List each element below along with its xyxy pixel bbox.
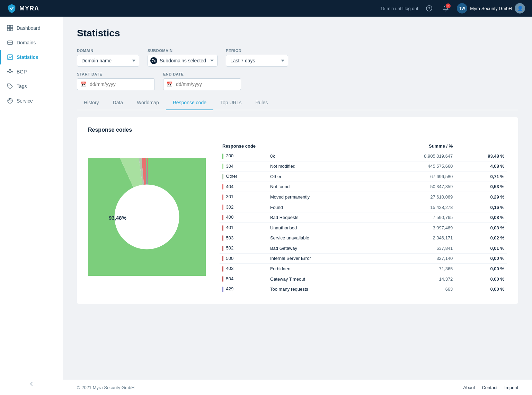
- row-pct: 0,00 %: [455, 274, 507, 284]
- sidebar-item-service[interactable]: Service: [0, 94, 63, 108]
- pie-chart-container: 93,48%: [88, 158, 206, 277]
- row-count: 50,347,359: [375, 182, 455, 192]
- row-count: 637,841: [375, 243, 455, 254]
- question-icon: ?: [426, 5, 432, 11]
- sidebar-item-tags[interactable]: Tags: [0, 79, 63, 94]
- date-filters-row: START DATE 📅 END DATE 📅: [77, 72, 518, 90]
- main-content: Statistics DOMAIN Domain name SUBDOMAIN …: [63, 17, 532, 380]
- table-row: 503 Service unavailable 2,346,171 0,02 %: [220, 233, 507, 243]
- subdomain-label: SUBDOMAIN: [148, 49, 218, 53]
- row-code: 429: [220, 284, 267, 294]
- row-color-bar: [222, 235, 223, 241]
- row-count: 15,428,278: [375, 202, 455, 212]
- topnav-left: MYRA: [7, 3, 39, 13]
- row-pct: 4,68 %: [455, 161, 507, 172]
- filters-row: DOMAIN Domain name SUBDOMAIN 7x Subdomai…: [77, 49, 518, 67]
- end-date-input[interactable]: [163, 78, 241, 90]
- row-pct: 0,01 %: [455, 243, 507, 254]
- sidebar-item-domains[interactable]: Domains: [0, 35, 63, 50]
- pie-center-label: 93,48%: [109, 215, 126, 221]
- sidebar-item-tags-label: Tags: [17, 84, 27, 89]
- tab-history[interactable]: History: [77, 96, 106, 110]
- row-color-bar: [222, 276, 223, 282]
- sidebar-item-bgp[interactable]: BGP: [0, 64, 63, 79]
- tab-rules[interactable]: Rules: [248, 96, 275, 110]
- sidebar-item-statistics-label: Statistics: [17, 54, 38, 60]
- row-code: 401: [220, 222, 267, 233]
- subdomain-select[interactable]: Subdomains selected: [148, 55, 218, 67]
- row-label: Internal Server Error: [267, 253, 375, 264]
- help-button[interactable]: ?: [424, 3, 435, 14]
- notification-badge: 2: [446, 3, 451, 8]
- tags-icon: [7, 83, 13, 89]
- tab-data[interactable]: Data: [106, 96, 130, 110]
- response-codes-card: Response codes: [77, 117, 518, 304]
- domain-label: DOMAIN: [77, 49, 139, 53]
- sidebar-item-statistics[interactable]: Statistics: [0, 50, 63, 64]
- row-color-bar: [222, 266, 223, 272]
- row-code: 200: [220, 151, 267, 161]
- footer: © 2021 Myra Security GmbH About Contact …: [63, 380, 532, 395]
- end-date-calendar-icon: 📅: [167, 81, 172, 87]
- row-label: Bad Getaway: [267, 243, 375, 254]
- start-date-input[interactable]: [77, 78, 155, 90]
- tabs-bar: History Data Worldmap Response code Top …: [77, 96, 518, 110]
- row-pct: 0,53 %: [455, 182, 507, 192]
- tab-worldmap[interactable]: Worldmap: [130, 96, 166, 110]
- statistics-icon: [7, 54, 13, 60]
- footer-imprint-link[interactable]: Imprint: [504, 385, 518, 390]
- response-table: Response code Summe / % 200 0k 8,905,019…: [220, 141, 507, 294]
- row-label: Service unavailable: [267, 233, 375, 243]
- table-row: 404 Not found 50,347,359 0,53 %: [220, 182, 507, 192]
- row-label: Found: [267, 202, 375, 212]
- sidebar: Dashboard Domains Statistics: [0, 17, 63, 395]
- tab-top-urls[interactable]: Top URLs: [213, 96, 248, 110]
- row-pct: 93,48 %: [455, 151, 507, 161]
- sidebar-item-dashboard[interactable]: Dashboard: [0, 21, 63, 35]
- period-select[interactable]: Last 7 days: [226, 55, 288, 67]
- domains-icon: [7, 40, 13, 46]
- user-photo-avatar: 👤: [515, 3, 525, 14]
- row-label: Moved permanently: [267, 192, 375, 202]
- service-icon: [7, 98, 13, 104]
- end-date-wrapper: 📅: [163, 78, 241, 90]
- row-label: Not found: [267, 182, 375, 192]
- row-count: 67,696,580: [375, 172, 455, 182]
- row-color-bar: [222, 225, 223, 231]
- row-code: Other: [220, 172, 267, 182]
- svg-rect-4: [7, 28, 10, 31]
- footer-contact-link[interactable]: Contact: [482, 385, 497, 390]
- notifications-button[interactable]: 2: [440, 3, 451, 14]
- row-code: 503: [220, 233, 267, 243]
- row-code: 504: [220, 274, 267, 284]
- row-color-bar: [222, 204, 223, 210]
- row-count: 663: [375, 284, 455, 294]
- period-filter-group: PERIOD Last 7 days: [226, 49, 288, 67]
- tab-response-code[interactable]: Response code: [166, 96, 213, 110]
- period-label: PERIOD: [226, 49, 288, 53]
- subdomain-select-wrapper: 7x Subdomains selected: [148, 55, 218, 67]
- svg-rect-3: [10, 25, 13, 28]
- svg-point-11: [10, 69, 11, 70]
- svg-rect-2: [7, 25, 10, 28]
- sidebar-collapse-button[interactable]: [0, 377, 63, 391]
- start-date-group: START DATE 📅: [77, 72, 155, 90]
- row-count: 7,590,765: [375, 212, 455, 223]
- topnav-right: 15 min until log out ? 2 TW Myra Securit…: [380, 3, 525, 14]
- svg-rect-5: [10, 28, 13, 31]
- row-count: 327,140: [375, 253, 455, 264]
- row-label: Bad Requests: [267, 212, 375, 223]
- table-row: 304 Not modified 445,575,660 4,68 %: [220, 161, 507, 172]
- domain-select[interactable]: Domain name: [77, 55, 139, 67]
- row-color-bar: [222, 246, 223, 251]
- row-code: 403: [220, 264, 267, 274]
- user-company: Myra Security GmbH: [470, 6, 512, 11]
- chevron-left-icon: [29, 381, 34, 387]
- row-pct: 0,16 %: [455, 202, 507, 212]
- chart-area: 93,48% Response code Summe / %: [88, 141, 507, 294]
- user-initials-avatar: TW: [457, 3, 467, 14]
- table-row: 500 Internal Server Error 327,140 0,00 %: [220, 253, 507, 264]
- table-row: 200 0k 8,905,019,647 93,48 %: [220, 151, 507, 161]
- row-count: 14,372: [375, 274, 455, 284]
- footer-about-link[interactable]: About: [463, 385, 475, 390]
